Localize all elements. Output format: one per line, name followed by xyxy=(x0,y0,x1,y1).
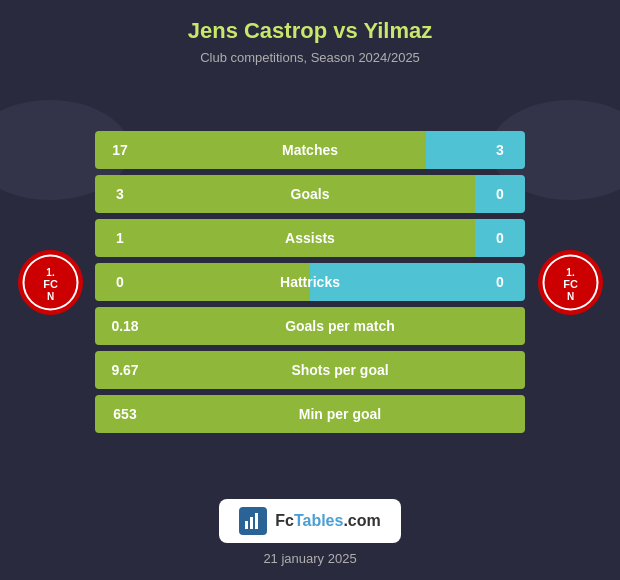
stat-row-assists: 1 Assists 0 xyxy=(95,219,525,257)
goals-right-value: 0 xyxy=(475,175,525,213)
hattricks-right-value: 0 xyxy=(475,263,525,301)
team-logo-right: 1. FC N xyxy=(530,250,610,315)
stats-container: 17 Matches 3 3 Goals 0 1 xyxy=(90,131,530,433)
fcn-logo-left: 1. FC N xyxy=(18,250,83,315)
watermark: FcTables.com xyxy=(219,499,401,543)
goals-left-value: 3 xyxy=(95,175,145,213)
svg-text:1.: 1. xyxy=(566,267,575,278)
svg-text:N: N xyxy=(46,291,53,302)
matches-bar: Matches xyxy=(145,131,475,169)
assists-label: Assists xyxy=(285,230,335,246)
stat-row-shots-per-goal: 9.67 Shots per goal xyxy=(95,351,525,389)
stat-row-goals: 3 Goals 0 xyxy=(95,175,525,213)
fcn-logo-right: 1. FC N xyxy=(538,250,603,315)
goals-bar: Goals xyxy=(145,175,475,213)
page-title: Jens Castrop vs Yilmaz xyxy=(20,18,600,44)
hattricks-bar: Hattricks xyxy=(145,263,475,301)
svg-text:FC: FC xyxy=(43,278,58,290)
svg-text:1.: 1. xyxy=(46,267,55,278)
min-per-goal-label: Min per goal xyxy=(155,406,525,422)
min-per-goal-value: 653 xyxy=(95,406,155,422)
stat-row-matches: 17 Matches 3 xyxy=(95,131,525,169)
svg-text:N: N xyxy=(566,291,573,302)
chart-icon xyxy=(243,511,263,531)
matches-left-value: 17 xyxy=(95,131,145,169)
stat-row-hattricks: 0 Hattricks 0 xyxy=(95,263,525,301)
hattricks-left-value: 0 xyxy=(95,263,145,301)
goals-per-match-label: Goals per match xyxy=(155,318,525,334)
stat-row-goals-per-match: 0.18 Goals per match xyxy=(95,307,525,345)
watermark-icon xyxy=(239,507,267,535)
goals-label: Goals xyxy=(291,186,330,202)
watermark-text: FcTables.com xyxy=(275,512,381,530)
footer-date: 21 january 2025 xyxy=(263,551,356,580)
shots-per-goal-value: 9.67 xyxy=(95,362,155,378)
assists-right-value: 0 xyxy=(475,219,525,257)
svg-text:FC: FC xyxy=(563,278,578,290)
matches-right-value: 3 xyxy=(475,131,525,169)
svg-rect-13 xyxy=(250,517,253,529)
svg-rect-14 xyxy=(255,513,258,529)
team-logo-left: 1. FC N xyxy=(10,250,90,315)
shots-per-goal-label: Shots per goal xyxy=(155,362,525,378)
matches-label: Matches xyxy=(282,142,338,158)
hattricks-label: Hattricks xyxy=(280,274,340,290)
content-area: 1. FC N 17 Matches 3 3 xyxy=(0,73,620,491)
goals-per-match-value: 0.18 xyxy=(95,318,155,334)
svg-rect-12 xyxy=(245,521,248,529)
stat-row-min-per-goal: 653 Min per goal xyxy=(95,395,525,433)
assists-bar: Assists xyxy=(145,219,475,257)
assists-left-value: 1 xyxy=(95,219,145,257)
page-subtitle: Club competitions, Season 2024/2025 xyxy=(20,50,600,65)
header: Jens Castrop vs Yilmaz Club competitions… xyxy=(0,0,620,73)
page-wrapper: Jens Castrop vs Yilmaz Club competitions… xyxy=(0,0,620,580)
